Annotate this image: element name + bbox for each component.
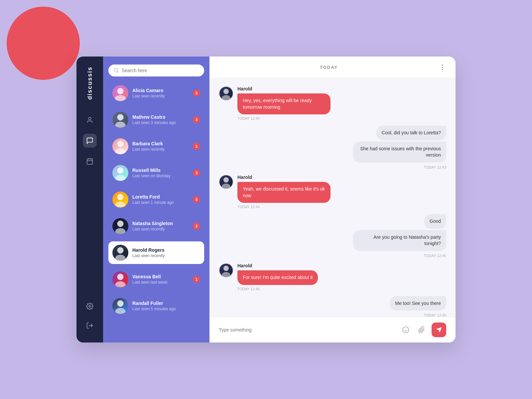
app-logo: discussis <box>83 63 96 103</box>
svg-point-17 <box>117 194 123 200</box>
nav-calendar[interactable] <box>83 154 97 168</box>
avatar-randall <box>112 298 128 314</box>
message-row-1: Harold Hey, yes, everything will be read… <box>219 86 446 120</box>
nav-settings[interactable] <box>83 299 97 313</box>
contact-natasha[interactable]: Natasha Singleton Last seen recently 2 <box>108 215 204 237</box>
message-group-1: Harold Hey, yes, everything will be read… <box>219 86 446 120</box>
badge-alicia: 5 <box>193 89 200 97</box>
svg-point-20 <box>115 228 125 234</box>
contact-status-russell: Last seen on Monday <box>132 174 189 178</box>
sidebar-nav: discussis <box>76 57 103 342</box>
svg-point-31 <box>223 266 229 271</box>
svg-point-23 <box>117 274 123 280</box>
message-group-2: Cool, did you talk to Loretta? She had s… <box>219 126 446 169</box>
badge-russell: 3 <box>193 169 200 177</box>
msg-time-5: TODAY 12:46 <box>237 287 318 291</box>
outgoing-bubbles-2: Cool, did you talk to Loretta? She had s… <box>353 126 446 163</box>
contact-status-harold: Last seen recently <box>132 253 200 258</box>
nav-bottom <box>83 299 97 336</box>
contact-info-mathew: Mathew Castro Last seen 3 minutes ago <box>132 114 189 125</box>
avatar-harold <box>112 245 128 261</box>
bubble-6: Me too! See you there <box>390 296 446 311</box>
svg-point-32 <box>222 272 230 278</box>
svg-point-16 <box>115 175 125 181</box>
chat-list-panel: Alicia Camaro Last seen recently 5 Mathe… <box>103 57 209 342</box>
msg-time-6: TODAY 12:45 <box>424 313 446 317</box>
chat-input-area <box>209 317 456 342</box>
outgoing-block-2: Cool, did you talk to Loretta? She had s… <box>219 126 446 169</box>
contact-info-barbara: Barbara Clark Last seen recently <box>132 141 189 152</box>
svg-point-14 <box>115 148 125 154</box>
nav-logout[interactable] <box>83 319 97 332</box>
badge-vanessa: 1 <box>193 276 200 283</box>
contact-harold[interactable]: Harold Rogers Last seen recently <box>108 241 204 264</box>
svg-line-8 <box>117 71 118 72</box>
svg-point-11 <box>117 114 123 120</box>
contact-info-russell: Russell Mills Last seen on Monday <box>132 168 189 178</box>
msg-time-4: TODAY 12:45 <box>424 254 446 258</box>
contact-vanessa[interactable]: Vanessa Bell Last seen last week 1 <box>108 268 204 291</box>
message-input[interactable] <box>219 327 396 332</box>
contact-name-alicia: Alicia Camaro <box>132 88 189 93</box>
contact-status-natasha: Last seen recently <box>132 227 189 231</box>
search-input[interactable] <box>122 68 199 73</box>
app-name: discussis <box>86 66 93 100</box>
contact-loretta[interactable]: Loretta Ford Last seen 1 minute ago 5 <box>108 188 204 211</box>
svg-point-13 <box>117 141 123 147</box>
svg-point-26 <box>115 308 125 314</box>
svg-point-22 <box>115 255 125 261</box>
avatar-vanessa <box>112 271 128 287</box>
message-group-3: Harold Yeah, we discussed it, seems like… <box>219 175 446 209</box>
msg-avatar-harold-3 <box>219 175 233 189</box>
outgoing-bubbles-6: Me too! See you there <box>390 296 446 311</box>
message-group-6: Me too! See you there TODAY 12:45 <box>219 296 446 317</box>
svg-point-9 <box>117 88 123 94</box>
msg-content-1: Harold Hey, yes, everything will be read… <box>237 86 331 120</box>
contact-status-mathew: Last seen 3 minutes ago <box>132 120 189 125</box>
msg-content-5: Harold For sure! I'm quite excited about… <box>237 263 318 291</box>
contact-randall[interactable]: Randall Fuller Last seen 5 minutes ago <box>108 295 204 317</box>
contact-alicia[interactable]: Alicia Camaro Last seen recently 5 <box>108 82 204 104</box>
contact-name-vanessa: Vanessa Bell <box>132 274 189 279</box>
search-bar <box>108 65 204 76</box>
contact-russell[interactable]: Russell Mills Last seen on Monday 3 <box>108 162 204 184</box>
msg-avatar-harold-5 <box>219 263 233 278</box>
contact-mathew[interactable]: Mathew Castro Last seen 3 minutes ago 3 <box>108 108 204 131</box>
contact-name-randall: Randall Fuller <box>132 301 200 306</box>
send-button[interactable] <box>432 323 446 337</box>
svg-rect-1 <box>87 159 93 165</box>
badge-natasha: 2 <box>193 222 200 230</box>
contact-status-randall: Last seen 5 minutes ago <box>132 307 200 311</box>
bubble-3: Yeah, we discussed it, seems like it's o… <box>237 182 331 203</box>
contact-status-loretta: Last seen 1 minute ago <box>132 200 189 205</box>
contact-info-vanessa: Vanessa Bell Last seen last week <box>132 274 189 285</box>
chat-header-menu-button[interactable]: ⋮ <box>439 63 446 71</box>
search-icon <box>114 68 119 73</box>
svg-point-29 <box>223 177 229 183</box>
msg-time-3: TODAY 12:44 <box>237 205 331 209</box>
emoji-button[interactable] <box>400 324 412 336</box>
messages-area: Harold Hey, yes, everything will be read… <box>209 78 456 317</box>
msg-sender-harold-5: Harold <box>237 263 318 268</box>
svg-point-19 <box>117 220 123 227</box>
bubble-2b: She had some issues with the previous ve… <box>353 142 446 163</box>
svg-point-0 <box>88 117 91 120</box>
avatar-loretta <box>112 192 128 207</box>
msg-sender-harold: Harold <box>237 86 331 91</box>
main-chat: TODAY ⋮ Harold <box>209 57 456 342</box>
contact-info-natasha: Natasha Singleton Last seen recently <box>132 221 189 231</box>
nav-people[interactable] <box>83 113 97 127</box>
contact-name-harold: Harold Rogers <box>132 247 200 253</box>
svg-point-30 <box>222 184 230 189</box>
attachment-button[interactable] <box>416 324 428 336</box>
outgoing-block-4: Good Are you going to Natasha's party to… <box>219 214 446 258</box>
nav-chat[interactable] <box>83 134 97 148</box>
avatar-russell <box>112 165 128 181</box>
contact-barbara[interactable]: Barbara Clark Last seen recently 1 <box>108 135 204 158</box>
message-row-5: Harold For sure! I'm quite excited about… <box>219 263 446 291</box>
contact-status-alicia: Last seen recently <box>132 94 189 98</box>
outgoing-bubbles-4: Good Are you going to Natasha's party to… <box>353 214 446 251</box>
svg-point-7 <box>114 68 118 72</box>
contact-info-randall: Randall Fuller Last seen 5 minutes ago <box>132 301 200 311</box>
svg-point-12 <box>115 122 125 128</box>
